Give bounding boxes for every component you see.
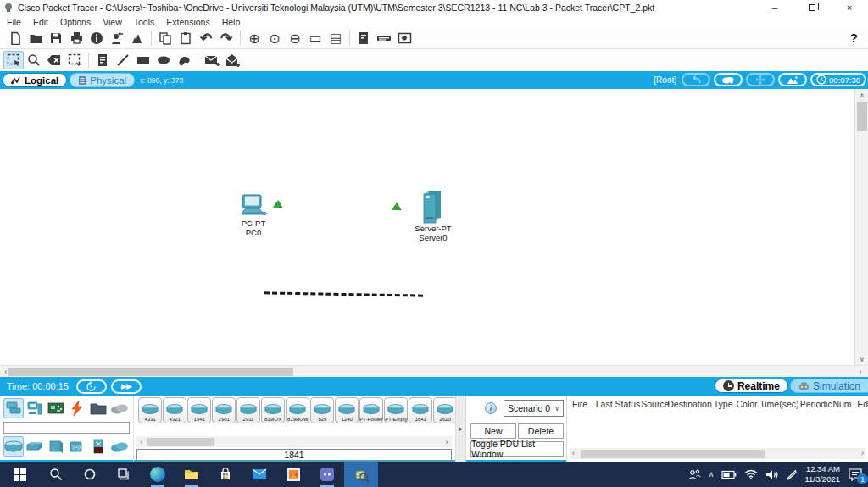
custom-devices-dialog-icon[interactable]: ▤ — [326, 29, 346, 47]
canvas-horizontal-scrollbar[interactable]: ‹ › — [0, 365, 868, 377]
copy-icon[interactable] — [155, 29, 175, 47]
col-time-sec[interactable]: Time(sec) — [760, 399, 800, 409]
fast-forward-time-button[interactable]: ▶▶ — [111, 379, 142, 394]
device-strip-scrollbar[interactable]: ‹ › — [136, 436, 452, 447]
col-destination[interactable]: Destination — [667, 399, 713, 409]
back-navigation-button[interactable] — [682, 73, 710, 86]
new-scenario-button[interactable]: New — [470, 423, 516, 439]
save-icon[interactable] — [46, 29, 66, 47]
col-edit[interactable]: Ed — [857, 399, 868, 409]
action-center-icon[interactable]: 1 — [848, 468, 863, 481]
scrollbar-thumb[interactable] — [8, 368, 293, 376]
subcategory-switches-icon[interactable] — [25, 436, 45, 457]
device-model-1941[interactable]: 1941 — [187, 397, 211, 423]
draw-freeform-tool-icon[interactable] — [174, 51, 194, 69]
draw-ellipse-tool-icon[interactable] — [153, 51, 174, 69]
environment-snapshot-icon[interactable] — [394, 29, 415, 47]
col-fire[interactable]: Fire — [572, 399, 596, 409]
drawing-palette-icon[interactable] — [127, 29, 147, 47]
scroll-left-arrow[interactable]: ‹ — [572, 449, 575, 457]
discord-icon[interactable] — [310, 462, 344, 487]
edge-browser-icon[interactable] — [141, 462, 175, 487]
taskbar-clock[interactable]: 12:34 AM 11/3/2021 — [804, 464, 840, 484]
scroll-down-arrow[interactable]: ∨ — [855, 353, 868, 365]
wifi-icon[interactable] — [744, 469, 758, 479]
move-object-button[interactable] — [746, 73, 775, 86]
category-network-devices-icon[interactable] — [3, 398, 24, 418]
print-icon[interactable] — [66, 29, 86, 47]
new-file-icon[interactable] — [5, 29, 25, 47]
select-tool-icon[interactable] — [3, 51, 24, 69]
device-model-pt-empty[interactable]: PT-Empty — [384, 397, 408, 423]
network-description-icon[interactable] — [353, 29, 374, 47]
undo-icon[interactable]: ↶ — [196, 29, 216, 47]
category-misc-icon[interactable] — [88, 398, 108, 418]
tray-expand-chevron-icon[interactable]: ∧ — [709, 470, 715, 479]
device-pc0[interactable] — [240, 194, 267, 217]
scenario-info-icon[interactable]: i — [485, 402, 497, 414]
pen-icon[interactable] — [786, 469, 797, 480]
device-model-pt-router[interactable]: PT-Router — [359, 397, 383, 423]
menu-tools[interactable]: Tools — [134, 17, 155, 27]
device-model-1841[interactable]: 1841 — [409, 397, 432, 423]
category-components-icon[interactable] — [46, 398, 66, 418]
microsoft-store-icon[interactable] — [209, 462, 242, 487]
pdu-list-scrollbar[interactable]: ‹ › — [570, 448, 865, 459]
device-model-819hgw[interactable]: 819HGW — [286, 397, 309, 423]
scenario-dropdown[interactable]: Scenario 0 ∨ — [504, 400, 564, 417]
help-button[interactable]: ? — [850, 30, 858, 45]
people-icon[interactable] — [688, 469, 701, 480]
delete-tool-icon[interactable] — [44, 51, 64, 69]
packet-tracer-taskbar-icon[interactable] — [344, 462, 378, 487]
device-model-2620[interactable]: 2620 — [433, 397, 455, 423]
subcategory-wireless-icon[interactable]: ((•)) — [67, 436, 87, 457]
scroll-right-arrow[interactable]: › — [442, 438, 452, 446]
scroll-right-arrow[interactable]: › — [861, 449, 864, 457]
new-window-icon[interactable]: ▭ — [305, 29, 326, 47]
inspect-tool-icon[interactable] — [24, 51, 44, 69]
panel-splitter[interactable]: ► — [455, 396, 466, 462]
minimize-button[interactable]: – — [756, 0, 793, 15]
device-model-819iox[interactable]: 819IOX — [261, 397, 285, 423]
new-cluster-button[interactable] — [714, 73, 743, 86]
device-server0[interactable] — [420, 189, 444, 224]
photos-app-icon[interactable] — [276, 462, 310, 487]
tab-physical[interactable]: Physical — [70, 73, 135, 87]
scroll-right-arrow[interactable]: › — [854, 368, 866, 376]
cortana-icon[interactable] — [73, 462, 107, 487]
device-model-4331[interactable]: 4331 — [138, 397, 162, 423]
restore-button[interactable] — [793, 0, 831, 15]
device-model-829[interactable]: 829 — [310, 397, 334, 423]
col-num[interactable]: Num — [832, 399, 857, 409]
category-connections-icon[interactable] — [67, 398, 87, 418]
col-type[interactable]: Type — [714, 399, 737, 409]
scrollbar-thumb[interactable] — [147, 438, 214, 446]
mail-icon[interactable] — [242, 462, 276, 487]
menu-extensions[interactable]: Extensions — [166, 17, 209, 27]
draw-rectangle-tool-icon[interactable] — [133, 51, 153, 69]
file-explorer-icon[interactable] — [175, 462, 209, 487]
volume-icon[interactable] — [765, 469, 778, 480]
redo-icon[interactable]: ↷ — [216, 29, 236, 47]
resize-shape-tool-icon[interactable] — [64, 51, 85, 69]
add-complex-pdu-icon[interactable] — [222, 51, 242, 69]
close-button[interactable]: × — [831, 0, 868, 15]
device-model-1240[interactable]: 1240 — [335, 397, 359, 423]
col-source[interactable]: Source — [641, 399, 667, 409]
device-model-2901[interactable]: 2901 — [212, 397, 236, 423]
taskbar-search-icon[interactable] — [39, 462, 73, 487]
tab-realtime[interactable]: Realtime — [715, 379, 788, 393]
canvas-vertical-scrollbar[interactable]: ∧ ∨ — [854, 89, 868, 365]
add-simple-pdu-icon[interactable] — [202, 51, 222, 69]
zoom-in-icon[interactable]: ⊕ — [244, 29, 264, 47]
menu-options[interactable]: Options — [60, 17, 91, 27]
zoom-reset-icon[interactable]: ⊙ — [264, 29, 285, 47]
device-model-2911[interactable]: 2911 — [236, 397, 260, 423]
subcategory-routers-icon[interactable] — [3, 436, 24, 457]
logical-workspace-canvas[interactable]: PC-PT PC0 Server-PT Server0 — [0, 89, 854, 365]
scrollbar-thumb[interactable] — [581, 450, 765, 458]
power-cycle-devices-button[interactable] — [76, 379, 107, 394]
activity-wizard-icon[interactable] — [86, 29, 107, 47]
col-color[interactable]: Color — [736, 399, 760, 409]
set-tiled-background-button[interactable] — [778, 73, 807, 86]
